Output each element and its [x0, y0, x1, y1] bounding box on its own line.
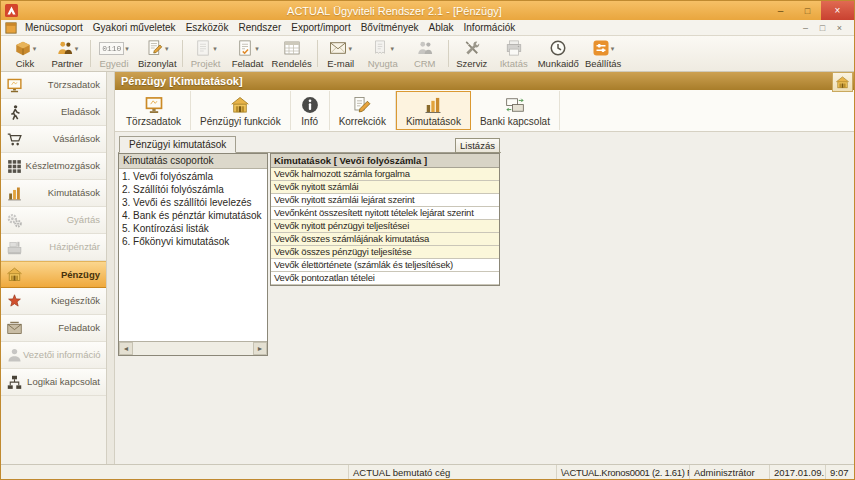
chevron-down-icon[interactable]: ▾	[255, 45, 259, 52]
toolbar-button-cikk[interactable]: ▾Cikk	[4, 37, 46, 70]
maximize-button[interactable]: □	[794, 1, 821, 20]
group-item[interactable]: 2. Szállítói folyószámla	[122, 183, 266, 196]
report-row[interactable]: Vevők élettörténete (számlák és teljesít…	[271, 259, 499, 272]
group-item[interactable]: 6. Főkönyvi kimutatások	[122, 235, 266, 248]
menu-item-eszkozok[interactable]: Eszközök	[181, 21, 234, 34]
toolbar-button-feladat[interactable]: ▾Feladat	[227, 37, 269, 70]
minimize-button[interactable]: –	[767, 1, 794, 20]
sidebar-item-kiegeszitok[interactable]: Kiegészítők	[1, 288, 106, 315]
toolbar-button-iktatas[interactable]: Iktatás	[493, 37, 535, 70]
toolbar-separator	[317, 40, 318, 67]
toolbar-button-egyedi[interactable]: 0110▾Egyedi	[93, 37, 135, 70]
toolbar-button-nyugta[interactable]: ▾Nyugta	[362, 37, 404, 70]
toolbar-button-e-mail[interactable]: ▾E-mail	[320, 37, 362, 70]
ribbon-button-banki-kapcsolat[interactable]: Banki kapcsolat	[471, 91, 560, 130]
sidebar-item-kimutatasok[interactable]: Kimutatások	[1, 180, 106, 207]
report-row[interactable]: Vevők pontozatlan tételei	[271, 272, 499, 285]
chevron-down-icon[interactable]: ▾	[33, 45, 37, 52]
toolbar-button-projekt[interactable]: ▾Projekt	[185, 37, 227, 70]
report-row[interactable]: Vevőnként összesített nyitott tételek le…	[271, 207, 499, 220]
home-icon	[835, 75, 850, 90]
group-item[interactable]: 5. Kontírozási listák	[122, 222, 266, 235]
ribbon-button-kimutatasok[interactable]: Kimutatások	[396, 91, 471, 130]
chevron-down-icon[interactable]: ▾	[213, 45, 217, 52]
toolbar-button-szerviz[interactable]: Szerviz	[451, 37, 493, 70]
main-area: Pénzügy [Kimutatások] TörzsadatokPénzügy…	[115, 72, 854, 464]
close-button[interactable]: ×	[821, 1, 854, 20]
toolbar-button-munkaido[interactable]: Munkaidő	[535, 37, 582, 70]
ribbon-button-info[interactable]: Infó	[291, 91, 330, 130]
menu-item-gyakori-muveletek[interactable]: Gyakori műveletek	[88, 21, 181, 34]
toolbar-button-icon-row: ▾	[592, 39, 615, 58]
horizontal-scrollbar[interactable]: ◄ ►	[119, 341, 267, 355]
group-item[interactable]: 4. Bank és pénztár kimutatások	[122, 209, 266, 222]
ribbon-button-penzugyi-funkciok[interactable]: Pénzügyi funkciók	[191, 91, 291, 130]
document-icon	[194, 39, 212, 57]
sidebar-item-gyartas[interactable]: Gyártás	[1, 207, 106, 234]
menu-item-export-import[interactable]: Export/import	[286, 21, 355, 34]
status-user: Adminisztrátor	[690, 465, 770, 479]
ribbon-button-label: Banki kapcsolat	[480, 116, 550, 127]
toolbar-button-icon-row: ▾	[14, 39, 37, 58]
cash-register-icon	[6, 239, 23, 256]
menu-item-ablak[interactable]: Ablak	[424, 21, 459, 34]
toolbar-button-label: Bizonylat	[138, 58, 177, 69]
sidebar-item-logikai-kapcsolat[interactable]: Logikai kapcsolat	[1, 369, 106, 396]
toolbar-button-rendeles[interactable]: Rendelés	[269, 37, 315, 70]
toolbar-button-crm[interactable]: CRM	[404, 37, 446, 70]
toolbar-button-bizonylat[interactable]: ▾Bizonylat	[135, 37, 180, 70]
sidebar-item-vasarlasok[interactable]: Vásárlások	[1, 126, 106, 153]
menu-item-menucsoport[interactable]: Menücsoport	[20, 21, 88, 34]
mdi-minimize-button[interactable]: –	[798, 23, 813, 33]
monitor-icon	[6, 77, 23, 94]
menu-item-rendszer[interactable]: Rendszer	[233, 21, 286, 34]
group-item[interactable]: 1. Vevői folyószámla	[122, 170, 266, 183]
toolbar-button-beallitas[interactable]: ▾Beállítás	[582, 37, 624, 70]
chevron-down-icon[interactable]: ▾	[348, 45, 352, 52]
sidebar-item-label: Feladatok	[58, 323, 100, 333]
menu-item-bovitmenyek[interactable]: Bővítmények	[356, 21, 424, 34]
report-row[interactable]: Vevők nyitott számlái	[271, 181, 499, 194]
tab-penzugyi-kimutatasok[interactable]: Pénzügyi kimutatások	[119, 136, 236, 153]
report-row[interactable]: Vevők halmozott számla forgalma	[271, 168, 499, 181]
partner-icon	[56, 39, 74, 57]
chevron-down-icon[interactable]: ▾	[125, 45, 129, 52]
info-icon	[300, 95, 320, 115]
sidebar-item-hazipenztar[interactable]: Házipénztár	[1, 234, 106, 261]
chevron-down-icon[interactable]: ▾	[165, 45, 169, 52]
mdi-restore-button[interactable]: □	[815, 23, 830, 33]
report-row[interactable]: Vevők összes számlájának kimutatása	[271, 233, 499, 246]
sidebar-item-eladasok[interactable]: Eladások	[1, 99, 106, 126]
chevron-down-icon[interactable]: ▾	[390, 45, 394, 52]
chevron-down-icon[interactable]: ▾	[611, 45, 615, 52]
home-button[interactable]	[832, 72, 853, 92]
listazas-button[interactable]: Listázás	[455, 138, 500, 153]
toolbar-button-icon-row: 0110▾	[99, 39, 129, 58]
groups-list: 1. Vevői folyószámla2. Szállítói folyósz…	[119, 169, 267, 341]
mdi-close-button[interactable]: ×	[832, 23, 847, 33]
report-row[interactable]: Vevők nyitott pénzügyi teljesítései	[271, 220, 499, 233]
sidebar-item-feladatok[interactable]: Feladatok	[1, 315, 106, 342]
sidebar-item-vezetoi-informacio[interactable]: Vezetői információ	[1, 342, 106, 369]
email-icon	[329, 39, 347, 57]
scroll-right-icon[interactable]: ►	[253, 342, 267, 355]
ribbon-button-torzsadatok[interactable]: Törzsadatok	[117, 91, 191, 130]
report-row[interactable]: Vevők nyitott számlái lejárat szerint	[271, 194, 499, 207]
report-row[interactable]: Vevők összes pénzügyi teljesítése	[271, 246, 499, 259]
chevron-down-icon[interactable]: ▾	[75, 45, 79, 52]
scroll-left-icon[interactable]: ◄	[119, 342, 133, 355]
ribbon-button-korrekciok[interactable]: Korrekciók	[330, 91, 396, 130]
bank-icon	[6, 266, 23, 283]
barcode-icon: 0110	[99, 42, 124, 55]
ribbon-button-label: Korrekciók	[339, 116, 386, 127]
group-item[interactable]: 3. Vevői és szállítói levelezés	[122, 196, 266, 209]
toolbar-button-partner[interactable]: ▾Partner	[46, 37, 88, 70]
scrollbar-track[interactable]	[133, 342, 253, 355]
menu-item-informaciok[interactable]: Információk	[459, 21, 521, 34]
people-icon	[416, 39, 434, 57]
status-company: ACTUAL bemutató cég	[349, 465, 557, 479]
sidebar-item-torzsadatok[interactable]: Törzsadatok	[1, 72, 106, 99]
sidebar-item-penzugy[interactable]: Pénzügy	[1, 261, 106, 288]
sidebar-item-keszletmozgasok[interactable]: Készletmozgások	[1, 153, 106, 180]
sidebar-splitter[interactable]	[107, 72, 115, 464]
